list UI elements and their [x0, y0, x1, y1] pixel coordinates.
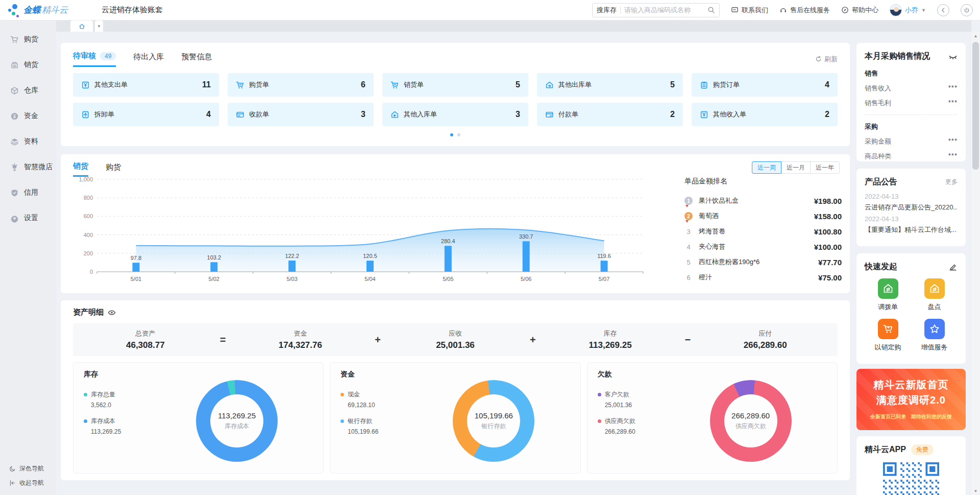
- search-scope-label[interactable]: 搜库存: [597, 6, 617, 15]
- carousel-dot-2[interactable]: [457, 133, 460, 136]
- announcement-item[interactable]: 2022-04-13 【重要通知】精斗云工作台域...: [865, 215, 958, 234]
- contact-us-link[interactable]: 联系我们: [731, 6, 768, 15]
- back-button[interactable]: [937, 4, 949, 16]
- pending-doc-card[interactable]: 购货订单 4: [692, 73, 838, 97]
- scrollbar-thumb[interactable]: [972, 42, 979, 170]
- quick-action[interactable]: 盘点: [924, 278, 945, 312]
- ranking-row[interactable]: 4 4 夹心海苔 ¥100.00: [684, 239, 842, 254]
- pending-doc-card[interactable]: 其他收入单 2: [692, 103, 838, 126]
- sidebar-footer-item[interactable]: 深色导航: [0, 461, 56, 476]
- user-menu[interactable]: 小乔 ▼: [890, 4, 926, 16]
- eye-closed-icon[interactable]: [948, 52, 958, 61]
- dashed-divider: [865, 114, 958, 115]
- pending-doc-card[interactable]: 其他出库单 5: [537, 73, 683, 97]
- monthly-stats-panel: 本月采购销售情况 销售 销售收入 *** 销售毛利 *** 采购 采购金额 **…: [856, 43, 966, 161]
- home-tab[interactable]: [70, 20, 93, 32]
- pending-doc-card[interactable]: 销货单 5: [382, 73, 528, 97]
- sidebar-item[interactable]: 设置: [0, 205, 56, 231]
- payable-total: 应付 266,289.60: [693, 329, 838, 350]
- sidebar-item[interactable]: 信用: [0, 180, 56, 205]
- scroll-up-arrow[interactable]: ▲: [971, 32, 980, 40]
- doc-count: 5: [670, 80, 675, 89]
- pending-doc-card[interactable]: 收款单 3: [228, 103, 374, 126]
- doc-type-label: 收款单: [249, 110, 269, 119]
- quick-action[interactable]: 调拨单: [878, 278, 898, 312]
- operator-plus-2: +: [528, 334, 538, 346]
- tab-sales[interactable]: 销货: [73, 161, 88, 177]
- filter-week-button[interactable]: 近一周: [752, 161, 781, 174]
- sidebar-item[interactable]: 仓库: [0, 78, 56, 103]
- tab-pending-inout[interactable]: 待出入库: [133, 52, 164, 66]
- ranking-row[interactable]: 5 5 西红柿意粉酱190g*6 ¥77.70: [684, 254, 842, 270]
- sidebar-item[interactable]: 资料: [0, 129, 56, 154]
- search-input[interactable]: [624, 6, 704, 14]
- sidebar-item[interactable]: 购货: [0, 27, 56, 52]
- tab-pending-review[interactable]: 待审核 49: [73, 51, 116, 67]
- quick-action[interactable]: 增值服务: [921, 319, 948, 352]
- doc-count: 3: [361, 110, 365, 119]
- after-sales-service-link[interactable]: 售后在线服务: [779, 6, 830, 15]
- survey-banner[interactable]: 精斗云新版首页 满意度调研2.0 全新首页已到来 期待收到您的反馈: [856, 369, 966, 430]
- stat-value-masked: ***: [948, 152, 958, 161]
- more-link[interactable]: 更多: [945, 178, 958, 186]
- inventory-search[interactable]: 搜库存: [592, 3, 720, 17]
- receivable-total: 应收 25,001.36: [383, 329, 528, 350]
- pending-doc-card[interactable]: 拆卸单 4: [73, 103, 219, 126]
- sidebar-item[interactable]: 智慧微店: [0, 154, 56, 180]
- eye-icon[interactable]: [108, 309, 116, 317]
- quick-action-label: 调拨单: [878, 302, 898, 312]
- svg-text:120.5: 120.5: [363, 253, 377, 259]
- sales-section-title: 销售: [865, 69, 958, 78]
- user-name[interactable]: 小乔: [905, 6, 918, 15]
- sidebar-item-icon: [10, 137, 19, 146]
- quick-action-tile[interactable]: [878, 278, 898, 299]
- rank-number: 4: [684, 243, 693, 251]
- quick-action[interactable]: 以销定购: [875, 319, 901, 352]
- ranking-row[interactable]: 2 2 葡萄酒 ¥158.00: [684, 208, 842, 224]
- announcement-item[interactable]: 2022-04-13 云进销存产品更新公告_20220...: [865, 193, 958, 212]
- refresh-button[interactable]: 刷新: [815, 55, 838, 64]
- sidebar-item[interactable]: 销货: [0, 52, 56, 78]
- filter-year-button[interactable]: 近一年: [810, 161, 840, 174]
- debt-donut-chart: 266,289.60 供应商欠款: [710, 380, 792, 462]
- tab-dropdown[interactable]: ▼: [95, 20, 103, 32]
- pencil-icon[interactable]: [948, 263, 958, 272]
- pending-doc-card[interactable]: 其他入库单 3: [382, 103, 528, 126]
- doc-count: 4: [206, 110, 211, 119]
- banner-line3: 全新首页已到来 期待收到您的反馈: [856, 413, 966, 420]
- announcement-title[interactable]: 云进销存产品更新公告_20220...: [865, 203, 958, 212]
- sidebar-item[interactable]: 资金: [0, 103, 56, 129]
- quick-action-tile[interactable]: [924, 278, 945, 299]
- medal-icon: 2: [684, 212, 693, 220]
- quick-action-tile[interactable]: [924, 319, 945, 339]
- sidebar-footer-item[interactable]: 收起导航: [0, 476, 56, 490]
- avatar[interactable]: [890, 4, 902, 16]
- filter-month-button[interactable]: 近一月: [781, 161, 811, 174]
- help-center-link[interactable]: 帮助中心: [841, 6, 878, 15]
- pending-doc-card[interactable]: 购货单 6: [228, 73, 374, 97]
- search-icon[interactable]: [707, 6, 715, 14]
- sidebar-footer-label: 收起导航: [19, 479, 44, 487]
- brand-name-bold: 金蝶: [23, 4, 41, 16]
- legend-dot: [84, 419, 87, 423]
- quick-action-tile[interactable]: [878, 319, 898, 339]
- carousel-dot-1[interactable]: [450, 133, 453, 136]
- app-header: 金蝶 精斗云 云进销存体验账套 搜库存 联系我们 售后在线服务 帮助中心 小乔 …: [0, 0, 980, 20]
- tab-warning-info[interactable]: 预警信息: [181, 52, 212, 66]
- quick-action-icon: [929, 323, 940, 335]
- quick-action-label: 盘点: [928, 302, 941, 312]
- ranking-row[interactable]: 6 6 橙汁 ¥75.00: [684, 270, 842, 285]
- pending-doc-card[interactable]: 付款单 2: [537, 103, 683, 126]
- pending-doc-card[interactable]: 其他支出单 11: [73, 73, 219, 97]
- ranking-row[interactable]: 3 3 烤海苔卷 ¥100.80: [684, 224, 842, 239]
- page-scrollbar[interactable]: ▲ ▼: [971, 32, 980, 495]
- payable-value: 266,289.60: [693, 340, 838, 350]
- logout-button[interactable]: [961, 4, 973, 16]
- sidebar-item-label: 购货: [24, 35, 38, 44]
- scroll-down-arrow[interactable]: ▼: [971, 487, 980, 495]
- announcement-title[interactable]: 【重要通知】精斗云工作台域...: [865, 225, 958, 234]
- ranking-row[interactable]: 1 1 果汁饮品礼盒 ¥198.00: [684, 193, 842, 208]
- tab-purchase[interactable]: 购货: [106, 162, 121, 176]
- brand-logo[interactable]: 金蝶 精斗云: [7, 4, 68, 17]
- svg-text:103.2: 103.2: [207, 254, 222, 261]
